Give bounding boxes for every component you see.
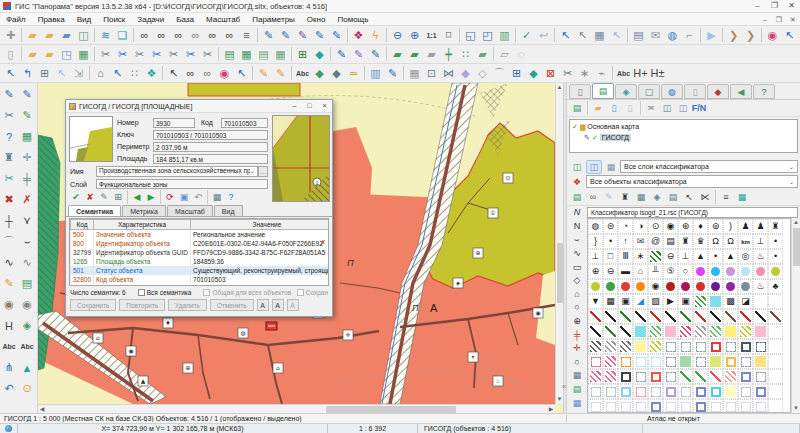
toolbar-icon[interactable]: ✗	[18, 189, 36, 210]
table-row[interactable]: 32799Идентификатор объекта GUIDFFD79CD9-…	[71, 248, 330, 257]
palette-cell[interactable]: ⑤	[663, 264, 678, 279]
palette-cell[interactable]: Ω	[708, 234, 723, 249]
toolbar-icon[interactable]: ∷	[126, 65, 143, 82]
palette-cell[interactable]	[603, 354, 618, 369]
menu-scale[interactable]: Масштаб	[200, 13, 246, 26]
toolbar-icon[interactable]: ✂	[114, 46, 131, 63]
palette-cell[interactable]	[648, 249, 663, 264]
toolbar-icon[interactable]: ⌂	[92, 65, 109, 82]
palette-cell[interactable]	[723, 384, 738, 399]
palette-cell[interactable]: •	[768, 234, 783, 249]
palette-cell[interactable]: ○	[678, 264, 693, 279]
palette-cell[interactable]	[693, 354, 708, 369]
palette-cell[interactable]	[708, 309, 723, 324]
panel-tab-7[interactable]: ◀	[730, 84, 752, 99]
palette-cell[interactable]: Ω	[723, 234, 738, 249]
toolbar-icon[interactable]: ✎	[255, 65, 272, 82]
toolbar-icon[interactable]: ✖	[0, 189, 18, 210]
palette-cell[interactable]	[768, 369, 783, 384]
toolbar-icon[interactable]: ✘	[83, 191, 97, 204]
toolbar-icon[interactable]: H	[0, 315, 18, 336]
toolbar-icon[interactable]: ⌐	[681, 27, 698, 44]
toolbar-icon[interactable]: ⌒	[491, 65, 508, 82]
toolbar-icon[interactable]: ◈	[649, 190, 665, 205]
toolbar-icon[interactable]: ◌	[513, 46, 530, 63]
palette-cell[interactable]: ∗	[633, 249, 648, 264]
toolbar-icon[interactable]: ⊞	[36, 65, 53, 82]
palette-cell[interactable]	[738, 279, 753, 294]
palette-cell[interactable]	[753, 324, 768, 339]
palette-cell[interactable]	[678, 354, 693, 369]
toolbar-icon[interactable]: ✛	[18, 147, 36, 168]
toolbar-icon[interactable]: ⊞	[294, 46, 311, 63]
palette-cell[interactable]: ⊥	[678, 249, 693, 264]
table-row[interactable]: 500Значение объектаРегиональное значение	[71, 230, 330, 239]
mdi-close-button[interactable]: ✕	[786, 14, 800, 25]
toolbar-icon[interactable]: ✎	[328, 27, 345, 44]
menu-options[interactable]: Параметры	[246, 13, 301, 26]
palette-cell[interactable]	[693, 399, 708, 413]
font-a-button-1[interactable]: А	[257, 299, 269, 311]
palette-cell[interactable]	[708, 294, 723, 309]
panel-tab-3[interactable]: ▢	[638, 84, 660, 99]
toolbar-icon[interactable]: ≋	[97, 27, 114, 44]
panel-tab-5[interactable]: ▯	[684, 84, 706, 99]
palette-cell[interactable]	[768, 309, 783, 324]
toolbar-icon[interactable]: ♜	[0, 147, 18, 168]
palette-cell[interactable]	[738, 309, 753, 324]
toolbar-icon[interactable]: ┿	[440, 46, 457, 63]
palette-cell[interactable]: ♨	[753, 249, 768, 264]
layers-filter-select[interactable]: Все слои классификатора⌄	[620, 160, 798, 173]
toolbar-icon[interactable]: ✎	[311, 27, 328, 44]
toolbar-icon[interactable]: ▤	[18, 273, 36, 294]
toolbar-icon[interactable]: ❏	[114, 27, 131, 44]
palette-cell[interactable]	[738, 399, 753, 413]
toolbar-icon[interactable]: ▰	[406, 46, 423, 63]
palette-cell[interactable]	[618, 354, 633, 369]
palette-cell[interactable]	[618, 339, 633, 354]
toolbar-icon[interactable]: ↖	[574, 27, 591, 44]
toolbar-icon[interactable]: ⟳	[163, 191, 177, 204]
toolbar-icon[interactable]: ✔	[69, 191, 83, 204]
palette-cell[interactable]	[603, 324, 618, 339]
palette-cell[interactable]	[663, 369, 678, 384]
toolbar-icon[interactable]: ✂	[97, 46, 114, 63]
palette-cell[interactable]	[738, 369, 753, 384]
palette-cell[interactable]	[618, 399, 633, 413]
toolbar-icon[interactable]: ⊠	[542, 65, 559, 82]
number-field[interactable]: 3930	[153, 118, 195, 128]
palette-cell[interactable]	[648, 339, 663, 354]
name-combobox[interactable]: Производственная зона сельскохозяйственн…	[96, 166, 258, 177]
area-field[interactable]: 184 851,17 кв.м	[153, 154, 268, 164]
palette-cell[interactable]	[768, 294, 783, 309]
palette-cell[interactable]	[723, 309, 738, 324]
toolbar-icon[interactable]: ∞	[170, 27, 187, 44]
palette-cell[interactable]: ◎	[738, 249, 753, 264]
toolbar-icon[interactable]: ∗	[576, 65, 593, 82]
panel-tab-4[interactable]: ◍	[661, 84, 683, 99]
toolbar-icon[interactable]: ↰	[19, 65, 36, 82]
palette-cell[interactable]	[603, 279, 618, 294]
repeat-button[interactable]: Повторить	[119, 299, 165, 311]
map-view[interactable]: ⌂ ◉ ♦ ▲ ⊕ ◍ ⌂ ⊞ ✛ ◈ ⊕ ① ⊙ ◉ ▾ ♨ П П A	[38, 83, 563, 413]
toolbar-icon[interactable]: ○	[568, 301, 586, 315]
toolbar-icon[interactable]: H±	[649, 65, 666, 82]
toolbar-icon[interactable]: ▦	[568, 396, 586, 410]
edit-clear-icon[interactable]: ✗	[320, 239, 326, 247]
menu-file[interactable]: Файл	[0, 13, 32, 26]
save-checkbox[interactable]: Сохран	[297, 289, 328, 296]
palette-cell[interactable]: ▨	[648, 294, 663, 309]
toolbar-icon[interactable]: ⌣	[568, 233, 586, 247]
toolbar-icon[interactable]: ⊞	[508, 65, 525, 82]
toolbar-icon[interactable]: ▰	[58, 27, 75, 44]
palette-cell[interactable]	[648, 399, 663, 413]
palette-cell[interactable]	[678, 384, 693, 399]
menu-database[interactable]: База	[170, 13, 200, 26]
palette-cell[interactable]	[753, 384, 768, 399]
palette-cell[interactable]	[693, 294, 708, 309]
toolbar-icon[interactable]: ?	[0, 126, 18, 147]
toolbar-icon[interactable]: ⌣	[18, 231, 36, 252]
palette-cell[interactable]	[588, 279, 603, 294]
palette-cell[interactable]	[618, 309, 633, 324]
palette-cell[interactable]	[633, 324, 648, 339]
